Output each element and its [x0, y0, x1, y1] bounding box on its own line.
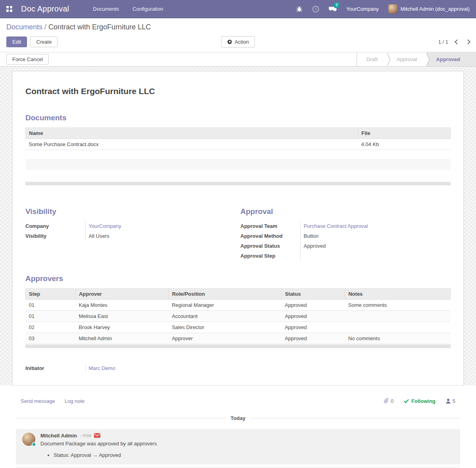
- visibility-heading: Visibility: [25, 207, 238, 216]
- online-status-dot: [32, 442, 36, 447]
- gear-icon: [227, 39, 232, 44]
- cell-step: 01: [26, 310, 76, 322]
- cell-approver: Kaja Montes: [75, 299, 169, 310]
- statusbar-steps: Draft Approval Approved: [357, 52, 476, 66]
- message-count-badge: 9: [334, 2, 340, 8]
- menu-configuration[interactable]: Configuration: [132, 4, 164, 14]
- visibility-group: Visibility Company YourCompany Visibilit…: [25, 207, 238, 261]
- cell-notes: [345, 322, 451, 333]
- documents-table-scrollbar: [25, 182, 451, 185]
- documents-col-name[interactable]: Name: [26, 128, 358, 139]
- approval-status-value: Approved: [304, 243, 326, 249]
- date-divider: Today: [16, 415, 460, 421]
- cell-role: Approver: [169, 333, 282, 344]
- documents-heading: Documents: [25, 114, 451, 122]
- send-message-button[interactable]: Send message: [21, 398, 55, 404]
- paperclip-icon: [384, 398, 389, 404]
- form-sheet: Contract with ErgoFurniture LLC Document…: [12, 71, 464, 385]
- cell-step: 02: [26, 322, 76, 333]
- approvers-col-status[interactable]: Status: [282, 288, 345, 299]
- breadcrumb: Documents/Contract with ErgoFurniture LL…: [6, 23, 470, 31]
- documents-table: Name File Some Purchase Contract.docx 4.…: [25, 127, 451, 181]
- approver-row[interactable]: 01 Melissa East Accountant Approved: [26, 310, 451, 322]
- chatter: Send message Log note 0 Following 5 Toda…: [0, 385, 476, 468]
- pager-count: 1 / 1: [438, 39, 448, 45]
- documents-col-file[interactable]: File: [358, 128, 451, 139]
- document-file-size: 4.04 Kb: [358, 139, 451, 150]
- cell-notes: No comments: [345, 333, 451, 344]
- debug-bug-icon[interactable]: [296, 6, 303, 12]
- company-switcher[interactable]: YourCompany: [346, 6, 379, 12]
- cell-role: Sales Director: [169, 322, 282, 333]
- create-button[interactable]: Create: [30, 37, 58, 47]
- approvers-col-approver[interactable]: Approver: [75, 288, 169, 299]
- status-step-approved[interactable]: Approved: [426, 52, 476, 66]
- approval-method-value: Button: [304, 233, 319, 239]
- approval-group: Approval Approval Team Purchase Contract…: [238, 207, 451, 261]
- apps-menu-icon[interactable]: [6, 6, 12, 12]
- force-cancel-button[interactable]: Force Cancel: [6, 54, 49, 65]
- approvers-col-role[interactable]: Role/Position: [169, 288, 282, 299]
- cell-step: 03: [26, 333, 76, 344]
- message-timestamp: - now: [80, 433, 91, 438]
- approvers-col-step[interactable]: Step: [26, 288, 76, 299]
- approval-method-label: Approval Method: [240, 231, 300, 241]
- message-author[interactable]: Mitchell Admin: [40, 433, 77, 439]
- approver-row[interactable]: 03 Mitchell Admin Approver Approved No c…: [26, 333, 451, 344]
- document-name: Some Purchase Contract.docx: [26, 139, 358, 150]
- status-step-draft[interactable]: Draft: [357, 52, 387, 66]
- company-label: Company: [25, 221, 85, 231]
- company-value[interactable]: YourCompany: [89, 223, 121, 229]
- followers-button[interactable]: 5: [446, 398, 455, 404]
- edit-button[interactable]: Edit: [6, 37, 27, 47]
- cell-notes: Some comments: [345, 299, 451, 310]
- control-panel: Documents/Contract with ErgoFurniture LL…: [0, 18, 476, 52]
- approvers-table: Step Approver Role/Position Status Notes…: [25, 288, 451, 344]
- record-title: Contract with ErgoFurniture LLC: [25, 87, 451, 96]
- cell-status: Approved: [282, 333, 345, 344]
- message-mitchell: Mitchell Admin - now Document Package wa…: [16, 429, 460, 464]
- user-avatar[interactable]: [388, 4, 397, 13]
- cell-role: Regional Manager: [169, 299, 282, 310]
- email-icon: [94, 433, 100, 438]
- approval-status-label: Approval Status: [240, 241, 300, 251]
- pager-previous-icon[interactable]: [455, 39, 460, 44]
- messages-icon[interactable]: 9: [329, 6, 337, 12]
- cell-status: Approved: [282, 299, 345, 310]
- cell-approver: Brook Harvey: [75, 322, 169, 333]
- attachments-button[interactable]: 0: [384, 398, 393, 404]
- person-icon: [446, 399, 451, 404]
- cell-status: Approved: [282, 310, 345, 322]
- approvers-col-notes[interactable]: Notes: [345, 288, 451, 299]
- approvers-table-scrollbar: [25, 345, 451, 348]
- log-note-button[interactable]: Log note: [65, 398, 85, 404]
- approver-row[interactable]: 01 Kaja Montes Regional Manager Approved…: [26, 299, 451, 310]
- top-navbar: Doc Approval Documents Configuration 9 Y…: [0, 0, 476, 18]
- tracking-value: Status: Approval → Approved: [54, 452, 454, 458]
- menu-documents[interactable]: Documents: [92, 4, 120, 14]
- user-menu[interactable]: Mitchell Admin (doc_approval): [401, 6, 470, 12]
- approvers-heading: Approvers: [25, 274, 451, 283]
- breadcrumb-documents[interactable]: Documents: [6, 23, 42, 31]
- initiator-value[interactable]: Marc Demo: [89, 365, 115, 371]
- action-button[interactable]: Action: [221, 36, 255, 48]
- approver-row[interactable]: 02 Brook Harvey Sales Director Approved: [26, 322, 451, 333]
- cell-approver: Melissa East: [75, 310, 169, 322]
- cell-status: Approved: [282, 322, 345, 333]
- visibility-value: All Users: [89, 233, 109, 239]
- visibility-label: Visibility: [25, 231, 85, 241]
- approvers-section: Approvers Step Approver Role/Position St…: [25, 274, 451, 348]
- approval-heading: Approval: [240, 207, 451, 216]
- following-button[interactable]: Following: [404, 398, 436, 404]
- activities-clock-icon[interactable]: [312, 6, 319, 13]
- breadcrumb-current: Contract with ErgoFurniture LLC: [48, 23, 151, 31]
- approval-team-value[interactable]: Purchase Contract Approval: [304, 223, 368, 229]
- document-row[interactable]: Some Purchase Contract.docx 4.04 Kb: [26, 139, 451, 150]
- pager-next-icon[interactable]: [465, 39, 470, 44]
- check-icon: [404, 399, 409, 403]
- breadcrumb-separator: /: [42, 23, 48, 31]
- status-step-approval[interactable]: Approval: [387, 52, 426, 66]
- app-title[interactable]: Doc Approval: [21, 4, 69, 13]
- documents-section: Documents Name File Some Purchase Contra…: [25, 114, 451, 185]
- statusbar: Force Cancel Draft Approval Approved: [0, 52, 476, 67]
